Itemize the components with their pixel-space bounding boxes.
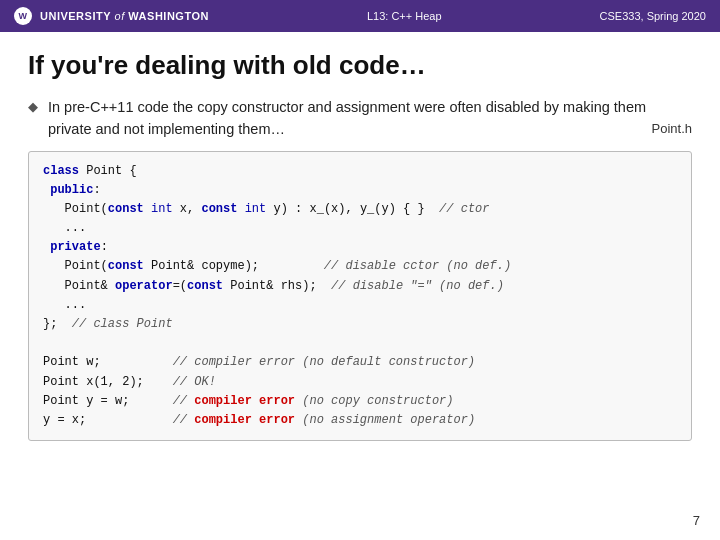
code-line-3: Point(const int x, const int y) : x_(x),… <box>43 200 677 219</box>
header: W UNIVERSITY of WASHINGTON L13: C++ Heap… <box>0 0 720 32</box>
code-line-1: class Point { <box>43 162 677 181</box>
code-line-4: ... <box>43 219 677 238</box>
bullet-content: In pre-C++11 code the copy constructor a… <box>48 99 646 137</box>
university-name: UNIVERSITY of WASHINGTON <box>40 10 209 22</box>
code-line-13: y = x; // compiler error (no assignment … <box>43 411 677 430</box>
code-line-10: Point w; // compiler error (no default c… <box>43 353 677 372</box>
code-line-7: Point& operator=(const Point& rhs); // d… <box>43 277 677 296</box>
code-line-8: ... <box>43 296 677 315</box>
code-line-2: public: <box>43 181 677 200</box>
file-label: Point.h <box>652 121 692 136</box>
bullet-text: In pre-C++11 code the copy constructor a… <box>48 97 692 141</box>
code-line-9: }; // class Point <box>43 315 677 334</box>
bullet-icon: ◆ <box>28 99 38 114</box>
code-line-6: Point(const Point& copyme); // disable c… <box>43 257 677 276</box>
uw-logo: W <box>14 7 32 25</box>
page-title: If you're dealing with old code… <box>28 50 692 81</box>
code-line-blank <box>43 334 677 353</box>
course-left: L13: C++ Heap <box>367 10 442 22</box>
course-right: CSE333, Spring 2020 <box>600 10 706 22</box>
code-line-12: Point y = w; // compiler error (no copy … <box>43 392 677 411</box>
main-content: If you're dealing with old code… ◆ In pr… <box>0 32 720 455</box>
code-line-11: Point x(1, 2); // OK! <box>43 373 677 392</box>
code-block: class Point { public: Point(const int x,… <box>28 151 692 442</box>
bullet-section: ◆ In pre-C++11 code the copy constructor… <box>28 97 692 141</box>
header-left: W UNIVERSITY of WASHINGTON <box>14 7 209 25</box>
code-line-5: private: <box>43 238 677 257</box>
page-number: 7 <box>693 513 700 528</box>
